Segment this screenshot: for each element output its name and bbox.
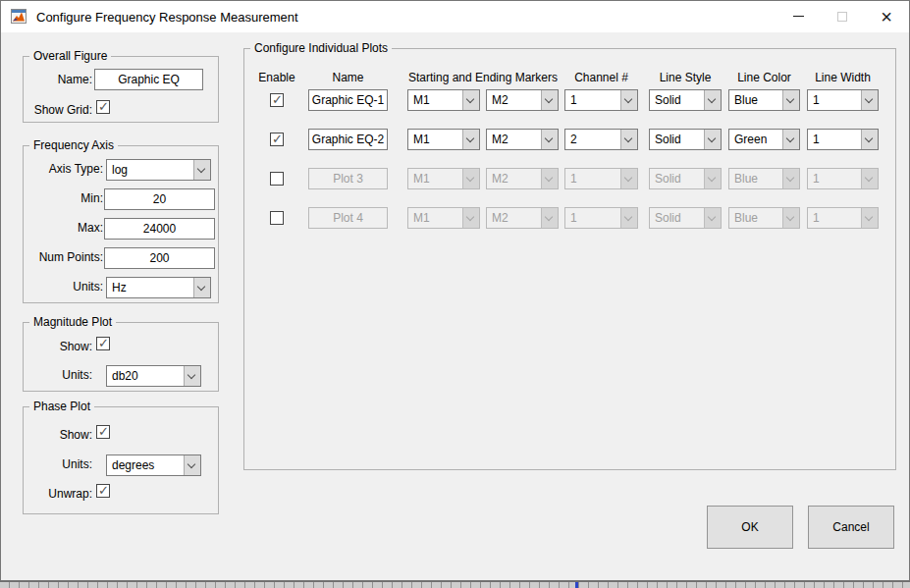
phase-units-label: Units: bbox=[24, 457, 92, 471]
phase-unwrap-checkbox[interactable] bbox=[96, 484, 110, 498]
plot-1-enable-checkbox[interactable] bbox=[270, 93, 284, 107]
column-header-line-color: Line Color bbox=[728, 71, 800, 84]
plot-4-enable-checkbox[interactable] bbox=[270, 211, 284, 225]
chevron-down-icon bbox=[541, 130, 558, 149]
chevron-down-icon bbox=[861, 208, 878, 228]
freq-max-input[interactable]: 24000 bbox=[104, 218, 215, 240]
column-header-line-style: Line Style bbox=[649, 71, 722, 84]
overall-figure-group: Overall Figure Name: Graphic EQ Show Gri… bbox=[23, 56, 219, 123]
magnitude-units-dropdown[interactable]: db20 bbox=[106, 365, 201, 387]
num-points-input[interactable]: 200 bbox=[104, 247, 215, 269]
chevron-down-icon bbox=[782, 130, 799, 149]
chevron-down-icon bbox=[620, 169, 637, 188]
plot-3-line-style-dropdown: Solid bbox=[649, 168, 722, 189]
maximize-icon bbox=[837, 12, 847, 22]
plot-3-line-width-dropdown: 1 bbox=[807, 168, 879, 189]
plot-1-line-width-dropdown[interactable]: 1 bbox=[807, 89, 879, 111]
chevron-down-icon bbox=[541, 208, 558, 228]
show-grid-checkbox[interactable] bbox=[96, 100, 110, 114]
column-header-markers: Starting and Ending Markers bbox=[401, 71, 564, 84]
chevron-down-icon bbox=[462, 130, 479, 149]
column-header-channel: Channel # bbox=[564, 71, 638, 84]
phase-plot-group: Phase Plot Show: Units: degrees Unwrap: bbox=[23, 406, 219, 514]
magnitude-show-checkbox[interactable] bbox=[96, 337, 110, 350]
plot-3-name-input: Plot 3 bbox=[308, 168, 388, 189]
chevron-down-icon bbox=[861, 169, 878, 188]
chevron-down-icon bbox=[782, 208, 799, 228]
axis-type-dropdown[interactable]: log bbox=[106, 159, 211, 181]
chevron-down-icon bbox=[620, 208, 637, 228]
plot-2-start-marker-dropdown[interactable]: M1 bbox=[407, 129, 480, 150]
plot-2-line-color-dropdown[interactable]: Green bbox=[728, 129, 800, 150]
titlebar: Configure Frequency Response Measurement… bbox=[1, 1, 909, 32]
individual-plots-legend: Configure Individual Plots bbox=[250, 41, 392, 55]
chevron-down-icon bbox=[541, 169, 558, 188]
maximize-button[interactable] bbox=[820, 1, 865, 31]
freq-units-label: Units: bbox=[24, 280, 103, 294]
chevron-down-icon bbox=[193, 160, 210, 180]
freq-min-input[interactable]: 20 bbox=[104, 188, 215, 210]
background-ruler-cursor bbox=[575, 582, 578, 588]
plot-4-line-color-dropdown: Blue bbox=[728, 207, 800, 229]
plot-2-name-input[interactable]: Graphic EQ-2 bbox=[308, 129, 388, 150]
plot-1-line-style-dropdown[interactable]: Solid bbox=[649, 89, 722, 111]
figure-name-input[interactable]: Graphic EQ bbox=[94, 69, 203, 90]
phase-show-label: Show: bbox=[24, 428, 92, 442]
plot-1-name-input[interactable]: Graphic EQ-1 bbox=[308, 89, 388, 111]
column-header-enable: Enable bbox=[247, 71, 306, 84]
chevron-down-icon bbox=[620, 130, 637, 149]
chevron-down-icon bbox=[704, 90, 721, 110]
plot-2-line-style-dropdown[interactable]: Solid bbox=[649, 129, 722, 150]
phase-show-checkbox[interactable] bbox=[96, 425, 110, 439]
matlab-icon bbox=[11, 9, 27, 24]
magnitude-plot-legend: Magnitude Plot bbox=[29, 315, 116, 329]
magnitude-plot-group: Magnitude Plot Show: Units: db20 bbox=[23, 322, 219, 392]
chevron-down-icon bbox=[193, 278, 210, 297]
column-header-name: Name bbox=[308, 71, 388, 84]
freq-units-dropdown[interactable]: Hz bbox=[106, 277, 211, 298]
plot-1-channel-dropdown[interactable]: 1 bbox=[564, 89, 638, 111]
plot-2-end-marker-dropdown[interactable]: M2 bbox=[486, 129, 559, 150]
minimize-button[interactable] bbox=[776, 1, 821, 31]
ok-button[interactable]: OK bbox=[707, 506, 793, 549]
num-points-label: Num Points: bbox=[24, 250, 103, 264]
plot-2-channel-dropdown[interactable]: 2 bbox=[564, 129, 638, 150]
chevron-down-icon bbox=[861, 90, 878, 110]
freq-max-label: Max: bbox=[24, 221, 103, 235]
magnitude-show-label: Show: bbox=[24, 340, 92, 353]
individual-plots-group: Configure Individual Plots Enable Name S… bbox=[243, 48, 896, 470]
plot-1-end-marker-dropdown[interactable]: M2 bbox=[486, 89, 559, 111]
plot-2-enable-checkbox[interactable] bbox=[270, 133, 284, 146]
close-icon: × bbox=[881, 3, 892, 30]
frequency-axis-group: Frequency Axis Axis Type: log Min: 20 Ma… bbox=[23, 145, 219, 303]
chevron-down-icon bbox=[462, 169, 479, 188]
chevron-down-icon bbox=[184, 455, 200, 475]
close-button[interactable]: × bbox=[864, 1, 909, 31]
overall-figure-legend: Overall Figure bbox=[29, 49, 111, 63]
freq-min-label: Min: bbox=[24, 191, 103, 205]
plot-3-end-marker-dropdown: M2 bbox=[486, 168, 559, 189]
chevron-down-icon bbox=[541, 90, 558, 110]
plot-4-channel-dropdown: 1 bbox=[564, 207, 638, 229]
plot-3-enable-checkbox[interactable] bbox=[270, 172, 284, 186]
magnitude-units-label: Units: bbox=[24, 368, 92, 382]
chevron-down-icon bbox=[704, 169, 721, 188]
phase-units-dropdown[interactable]: degrees bbox=[106, 454, 201, 476]
plot-4-line-style-dropdown: Solid bbox=[649, 207, 722, 229]
plot-1-start-marker-dropdown[interactable]: M1 bbox=[407, 89, 480, 111]
column-header-line-width: Line Width bbox=[807, 71, 879, 84]
chevron-down-icon bbox=[184, 366, 200, 386]
chevron-down-icon bbox=[782, 169, 799, 188]
plot-4-name-input: Plot 4 bbox=[308, 207, 388, 229]
chevron-down-icon bbox=[861, 130, 878, 149]
plot-4-start-marker-dropdown: M1 bbox=[407, 207, 480, 229]
plot-4-end-marker-dropdown: M2 bbox=[486, 207, 559, 229]
chevron-down-icon bbox=[462, 208, 479, 228]
cancel-button[interactable]: Cancel bbox=[808, 506, 894, 549]
plot-2-line-width-dropdown[interactable]: 1 bbox=[807, 129, 879, 150]
frequency-axis-legend: Frequency Axis bbox=[29, 138, 118, 152]
plot-1-line-color-dropdown[interactable]: Blue bbox=[728, 89, 800, 111]
chevron-down-icon bbox=[704, 130, 721, 149]
dialog-window: Configure Frequency Response Measurement… bbox=[0, 0, 910, 581]
chevron-down-icon bbox=[620, 90, 637, 110]
